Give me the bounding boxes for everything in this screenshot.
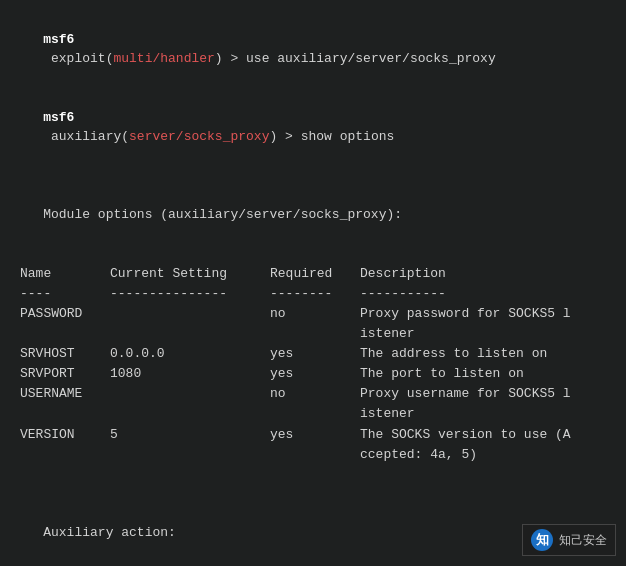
- watermark-icon: 知: [531, 529, 553, 551]
- options-table: Name Current Setting Required Descriptio…: [20, 264, 614, 465]
- col-header-desc: Description: [360, 264, 614, 284]
- prompt-msf6-1: msf6: [43, 32, 74, 47]
- watermark: 知 知己安全: [522, 524, 616, 556]
- blank-2: [12, 244, 614, 264]
- col-header-current: Current Setting: [110, 264, 270, 284]
- table-row: SRVPORT 1080 yes The port to listen on: [20, 364, 614, 384]
- table-row: VERSION 5 yes The SOCKS version to use (…: [20, 425, 614, 465]
- command-line-2: msf6 auxiliary(server/socks_proxy) > sho…: [12, 88, 614, 166]
- blank-4: [12, 484, 614, 504]
- table-row: SRVHOST 0.0.0.0 yes The address to liste…: [20, 344, 614, 364]
- table-row: PASSWORD no Proxy password for SOCKS5 l …: [20, 304, 614, 344]
- watermark-text: 知己安全: [559, 532, 607, 549]
- blank-5: [12, 562, 614, 566]
- col-header-required: Required: [270, 264, 360, 284]
- terminal: msf6 exploit(multi/handler) > use auxili…: [0, 0, 626, 566]
- table-header-row: Name Current Setting Required Descriptio…: [20, 264, 614, 284]
- prompt-msf6-2: msf6: [43, 110, 74, 125]
- module-options-header: Module options (auxiliary/server/socks_p…: [12, 186, 614, 245]
- table-underline-row: ---- --------------- -------- ----------…: [20, 284, 614, 304]
- blank-1: [12, 166, 614, 186]
- col-header-name: Name: [20, 264, 110, 284]
- blank-3: [12, 465, 614, 485]
- command-line-1: msf6 exploit(multi/handler) > use auxili…: [12, 10, 614, 88]
- table-row: USERNAME no Proxy username for SOCKS5 l …: [20, 384, 614, 424]
